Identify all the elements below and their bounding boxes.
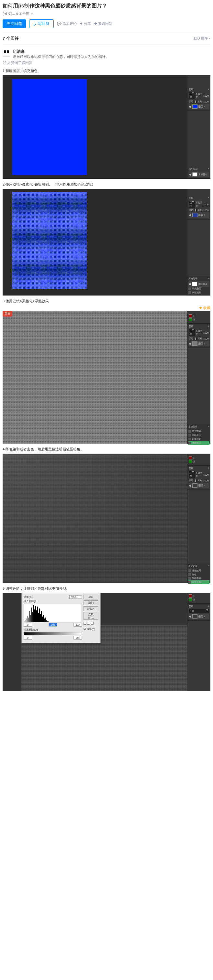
output-highlight-input[interactable]: 255: [74, 636, 82, 640]
level-shadow-input[interactable]: 0: [24, 623, 32, 627]
avatar[interactable]: [3, 49, 10, 57]
layer-row[interactable]: 图层 1: [189, 104, 209, 109]
layer-row[interactable]: 图层 1: [189, 212, 209, 218]
histogram: [24, 604, 82, 622]
sort-dropdown[interactable]: 默认排序: [194, 36, 210, 41]
chevron-down-icon: [208, 38, 210, 39]
level-mid-input[interactable]: 1.02: [48, 623, 57, 627]
auto-button[interactable]: 自动(A): [83, 606, 98, 611]
output-gradient[interactable]: [24, 632, 82, 635]
toolbar: 关注问题 写回答 💬 添加评论 ✈ 分享 ✚ 邀请回答: [3, 19, 210, 32]
cancel-button[interactable]: 取消: [83, 600, 98, 605]
expand-link[interactable]: 显示全部 ∨: [15, 12, 34, 16]
screenshot-2: 图层≡ 正常不透明度:100% 锁定:填充:100% 图层 1 历史记录≡ 未标…: [3, 189, 210, 296]
canvas-blue-fill: [12, 79, 87, 175]
screenshot-5: 确定 取消 自动(A) 选项(T)… ☑ 预览(P) 通道(C):RGB 输入色…: [3, 593, 210, 691]
screenshot-3: 采集 红 绿 图层≡ 正常不透明度:100% 锁定:填充:100% 图层 1 历…: [3, 311, 210, 444]
share-link[interactable]: ✈ 分享: [80, 21, 91, 26]
favorite-link[interactable]: ★ 收藏: [3, 305, 210, 310]
pencil-icon: [34, 22, 37, 25]
question-title: 如何用ps制作这种黑色磨砂质感背景的图片？: [3, 3, 210, 10]
step-text: 4.降低饱和或者去色，然后用黑色透明画笔压暗角。: [3, 447, 210, 452]
eyedropper-gray-icon[interactable]: [87, 622, 90, 625]
preview-checkbox[interactable]: ☑ 预览(P): [83, 627, 98, 631]
ok-button[interactable]: 确定: [83, 595, 98, 600]
layer-row[interactable]: 图层 1: [189, 483, 209, 488]
author-name[interactable]: 伍泊豪: [13, 49, 109, 54]
author-block: 伍泊豪 愿自己可以永远保持学习的心态，同时保持助人为乐的精神。: [3, 49, 210, 59]
levels-dialog: 确定 取消 自动(A) 选项(T)… ☑ 预览(P) 通道(C):RGB 输入色…: [21, 593, 101, 643]
write-answer-button[interactable]: 写回答: [29, 19, 54, 28]
answers-count: 7 个回答: [3, 35, 19, 41]
invite-link[interactable]: ✚ 邀请回答: [94, 21, 112, 26]
screenshot-4: 红 绿 图层≡ 正常不透明度:100% 锁定:填充:100% 图层 1 历史记录…: [3, 453, 210, 583]
collect-tag[interactable]: 采集: [3, 311, 12, 317]
options-button[interactable]: 选项(T)…: [83, 612, 98, 620]
comment-link[interactable]: 💬 添加评论: [57, 21, 77, 26]
step-text: 5.调整色阶，让暗部和亮部对比更加强烈。: [3, 586, 210, 591]
step-text: 3.使用滤镜>风格化>浮雕效果: [3, 299, 210, 304]
level-highlight-input[interactable]: 182: [74, 623, 82, 627]
layer-row[interactable]: 图层 1: [189, 341, 209, 346]
question-subtitle: [图片]…显示全部 ∨: [3, 11, 210, 16]
eyedropper-black-icon[interactable]: [83, 622, 86, 625]
likes-count: 22 人赞同了该回答: [3, 60, 210, 65]
output-shadow-input[interactable]: 0: [24, 636, 32, 640]
screenshot-1: 图层≡ 正常不透明度:100% 锁定:填充:100% 图层 1 历史记录≡ 未标…: [3, 75, 210, 179]
author-bio: 愿自己可以永远保持学习的心态，同时保持助人为乐的精神。: [13, 54, 109, 59]
eyedropper-white-icon[interactable]: [91, 622, 94, 625]
ps-right-panel: 图层≡ 正常不透明度:100% 锁定:填充:100% 图层 1 历史记录≡ 未标…: [187, 75, 210, 179]
follow-button[interactable]: 关注问题: [3, 19, 26, 28]
step-text: 2.使用滤镜>像素化>铜板雕刻。（也可以用添加杂色滤镜）: [3, 182, 210, 187]
step-text: 1.新建图层并填充颜色。: [3, 68, 210, 73]
